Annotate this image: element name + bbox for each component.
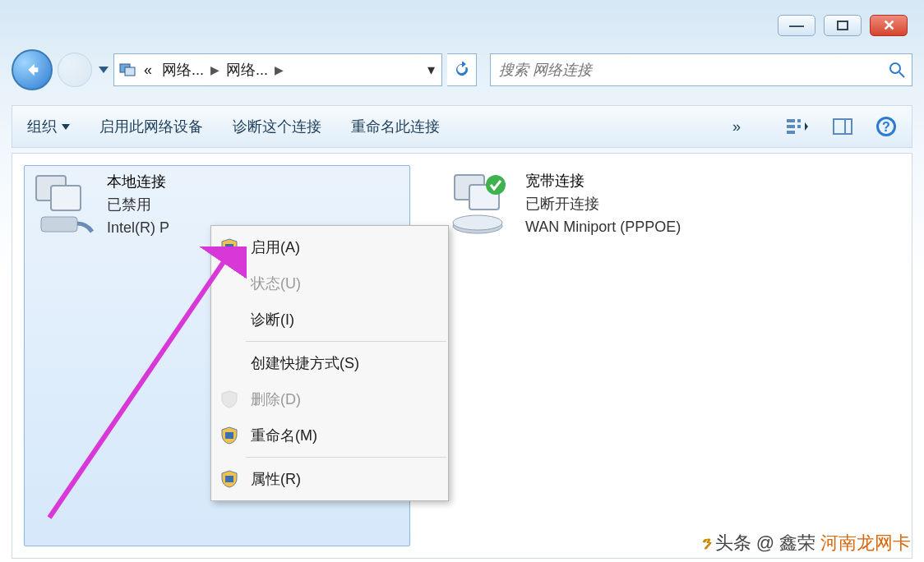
search-icon[interactable]	[889, 62, 905, 78]
ctx-delete: 删除(D)	[213, 381, 446, 417]
svg-rect-16	[51, 186, 81, 210]
shield-icon	[218, 468, 241, 491]
watermark: ን 头条 @ 鑫荣河南龙网卡	[700, 531, 911, 555]
context-menu: 启用(A) 状态(U) 诊断(I) 创建快捷方式(S) 删除(D) 重命名(M)…	[210, 225, 449, 501]
minimize-icon: —	[789, 17, 804, 35]
close-icon: ✕	[883, 16, 895, 35]
ctx-create-shortcut[interactable]: 创建快捷方式(S)	[213, 345, 446, 381]
svg-rect-9	[797, 125, 801, 128]
connection-title: 宽带连接	[525, 170, 681, 193]
organize-menu[interactable]: 组织	[27, 117, 70, 136]
help-button[interactable]: ?	[875, 116, 897, 137]
svg-rect-5	[787, 119, 795, 122]
svg-rect-7	[787, 131, 795, 134]
svg-point-3	[890, 63, 900, 73]
refresh-icon	[454, 62, 470, 78]
connection-status: 已断开连接	[525, 193, 681, 216]
diagnose-button[interactable]: 诊断这个连接	[233, 117, 321, 136]
svg-rect-8	[797, 119, 801, 122]
svg-rect-10	[834, 119, 852, 134]
ctx-diagnose[interactable]: 诊断(I)	[213, 302, 446, 338]
maximize-icon	[837, 21, 848, 30]
svg-rect-0	[838, 21, 848, 30]
network-location-icon	[118, 60, 137, 80]
refresh-button[interactable]	[447, 53, 477, 86]
shield-icon	[218, 424, 241, 447]
connection-item-broadband[interactable]: 宽带连接 已断开连接 WAN Miniport (PPPOE)	[443, 165, 829, 546]
svg-point-22	[453, 215, 502, 230]
breadcrumb-prefix: «	[141, 62, 155, 79]
search-box[interactable]	[490, 53, 912, 86]
enable-device-button[interactable]: 启用此网络设备	[99, 117, 203, 136]
arrow-left-icon	[23, 61, 41, 79]
connection-title: 本地连接	[107, 171, 169, 194]
svg-rect-23	[225, 244, 233, 251]
shield-icon	[218, 236, 241, 259]
ctx-enable[interactable]: 启用(A)	[213, 229, 446, 265]
menu-separator	[246, 457, 446, 458]
connection-device: WAN Miniport (PPPOE)	[525, 216, 681, 239]
breadcrumb-seg-1[interactable]: 网络...	[159, 60, 207, 80]
chevron-right-icon[interactable]: ▶	[210, 63, 219, 76]
svg-rect-2	[125, 67, 135, 76]
breadcrumb[interactable]: « 网络... ▶ 网络... ▶ ▾	[113, 53, 442, 86]
svg-text:?: ?	[882, 120, 890, 134]
svg-rect-25	[225, 476, 233, 482]
search-input[interactable]	[497, 61, 889, 80]
view-options-button[interactable]	[787, 117, 810, 136]
breadcrumb-dropdown[interactable]: ▾	[423, 61, 438, 79]
breadcrumb-seg-2[interactable]: 网络...	[223, 60, 271, 80]
nav-forward-button	[58, 53, 92, 87]
svg-rect-6	[787, 125, 795, 128]
address-bar: « 网络... ▶ 网络... ▶ ▾	[12, 49, 912, 90]
command-toolbar: 组织 启用此网络设备 诊断这个连接 重命名此连接 » ?	[12, 105, 912, 148]
svg-rect-24	[225, 432, 233, 439]
ctx-properties[interactable]: 属性(R)	[213, 461, 446, 497]
svg-rect-17	[41, 217, 77, 232]
window-close-button[interactable]: ✕	[870, 15, 908, 36]
window-maximize-button[interactable]	[824, 15, 862, 36]
ctx-rename[interactable]: 重命名(M)	[213, 417, 446, 454]
connections-list: 本地连接 已禁用 Intel(R) P 宽带连接 已断开连接 WAN Minip…	[12, 153, 912, 559]
preview-pane-button[interactable]	[833, 118, 852, 135]
svg-point-20	[486, 175, 506, 195]
svg-line-4	[899, 72, 904, 77]
watermark-logo-icon: ን	[700, 532, 710, 554]
toolbar-overflow[interactable]: »	[732, 118, 741, 136]
window-minimize-button[interactable]: —	[778, 15, 815, 36]
chevron-down-icon	[62, 124, 70, 130]
connection-device: Intel(R) P	[107, 217, 169, 240]
modem-adapter-icon	[448, 170, 514, 236]
menu-separator	[246, 341, 446, 342]
shield-icon	[218, 388, 241, 411]
nav-history-dropdown[interactable]	[99, 67, 109, 73]
ethernet-adapter-icon	[30, 171, 95, 237]
rename-button[interactable]: 重命名此连接	[351, 117, 440, 136]
ctx-status: 状态(U)	[213, 265, 446, 302]
organize-label: 组织	[27, 117, 57, 136]
nav-back-button[interactable]	[12, 49, 53, 90]
connection-status: 已禁用	[107, 194, 169, 217]
chevron-right-icon[interactable]: ▶	[275, 63, 284, 76]
